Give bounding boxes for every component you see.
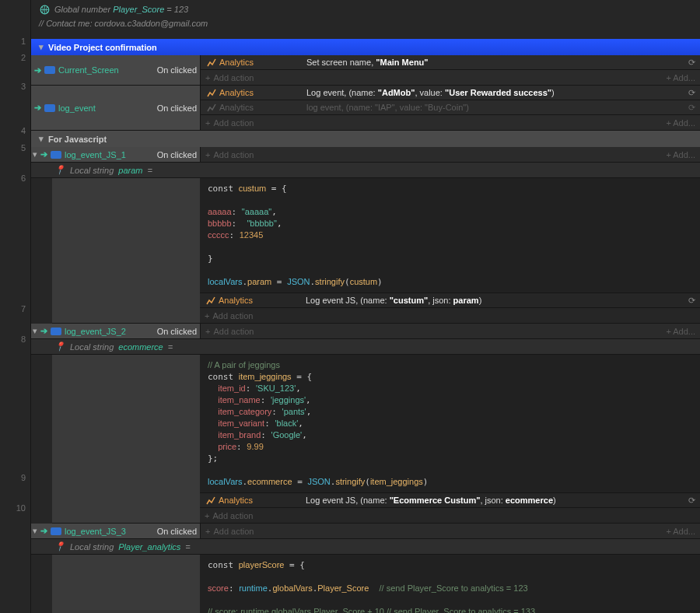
disabled-action-row[interactable]: Analytics log event, (name: "IAP", value… — [201, 100, 700, 115]
event-row[interactable]: ▾ ➔ log_event_JS_2 On clicked + Add acti… — [31, 324, 700, 339]
lvar-name: param — [118, 166, 142, 175]
line-num: 4 — [0, 124, 30, 142]
add-condition[interactable]: + Add... — [666, 73, 695, 82]
button-icon — [51, 149, 61, 160]
script-block[interactable]: const custum = { aaaaa: "aaaaa", bbbbb: … — [200, 178, 700, 293]
line-num: 2 — [0, 51, 30, 66]
group-header[interactable]: ▾ For Javascript — [31, 131, 700, 147]
sub-condition[interactable] — [52, 178, 200, 323]
analytics-icon — [205, 57, 216, 68]
refresh-icon[interactable]: ⟳ — [688, 296, 695, 306]
plus-icon: + — [205, 118, 210, 128]
script-block[interactable]: const playerScore = { score: runtime.glo… — [200, 555, 700, 613]
condition-cell[interactable]: ▾ ➔ log_event_JS_2 On clicked — [31, 324, 201, 338]
object-name: log_event_JS_1 — [65, 150, 126, 159]
add-condition[interactable]: + Add... — [666, 527, 695, 536]
script-block[interactable]: // A pair of jeggings const item_jegging… — [200, 355, 700, 493]
add-action-row[interactable]: + Add action — [200, 308, 700, 323]
sub-event[interactable]: // A pair of jeggings const item_jegging… — [52, 355, 700, 524]
gvar-value: 123 — [174, 5, 188, 14]
condition-text: On clicked — [157, 150, 197, 159]
action-row[interactable]: Analytics Log event JS, (name: "Ecommerc… — [200, 493, 700, 508]
add-action-text: Add action — [213, 118, 254, 128]
object-name: Current_Screen — [58, 65, 119, 75]
action-text: Log event JS, (name: "Ecommerce Custum",… — [306, 496, 688, 505]
add-condition[interactable]: + Add... — [666, 327, 695, 336]
line-num: 10 — [0, 502, 30, 517]
add-action-row[interactable]: + Add action — [200, 508, 700, 523]
local-variable[interactable]: 📍 Local string ecommerce = — [31, 339, 700, 355]
add-condition[interactable]: + Add... — [666, 118, 695, 128]
action-text: Log event JS, (name: "custum", json: par… — [306, 296, 688, 305]
group-title: For Javascript — [48, 135, 107, 144]
plugin-name: Analytics — [219, 103, 254, 112]
event-sheet-editor: 1 2 3 4 5 6 7 8 9 10 Global number Playe… — [0, 0, 700, 613]
sub-event[interactable]: const playerScore = { score: runtime.glo… — [52, 555, 700, 613]
sub-condition[interactable] — [52, 355, 200, 523]
group-header[interactable]: ▾ Video Project confirmation — [31, 39, 700, 55]
trigger-arrow-icon: ➔ — [34, 103, 41, 113]
add-action-row[interactable]: + Add action + Add... — [201, 115, 700, 130]
line-num: 9 — [0, 471, 30, 486]
action-text: Log event, (name: "AdMob", value: "User … — [306, 88, 688, 97]
button-icon — [51, 326, 61, 337]
action-row[interactable]: Analytics Log event, (name: "AdMob", val… — [201, 86, 700, 100]
event-sheet[interactable]: Global number Player_Score = 123 // Cont… — [31, 0, 700, 613]
refresh-icon[interactable]: ⟳ — [688, 58, 695, 68]
plus-icon: + — [205, 150, 210, 159]
button-icon — [51, 526, 61, 537]
condition-cell[interactable]: ▾ ➔ log_event_JS_1 On clicked — [31, 147, 201, 162]
line-num: 8 — [0, 333, 30, 349]
lvar-prefix: Local string — [70, 542, 114, 552]
globe-icon — [39, 4, 50, 15]
button-icon — [44, 103, 55, 114]
local-variable[interactable]: 📍 Local string param = — [31, 163, 700, 178]
lvar-name: ecommerce — [118, 342, 163, 352]
condition-cell[interactable]: ➔ Current_Screen On clicked — [31, 55, 201, 85]
pin-icon: 📍 — [54, 165, 65, 175]
svg-rect-4 — [51, 328, 61, 335]
plugin-name: Analytics — [219, 58, 254, 67]
condition-text: On clicked — [157, 527, 197, 536]
action-row[interactable]: Analytics Set screen name, "Main Menu" ⟳ — [201, 55, 700, 70]
condition-cell[interactable]: ➔ log_event On clicked — [31, 86, 201, 130]
refresh-icon[interactable]: ⟳ — [688, 88, 695, 98]
lvar-eq: = — [168, 342, 173, 352]
action-row[interactable]: Analytics Log event JS, (name: "custum",… — [200, 293, 700, 308]
add-action-text: Add action — [213, 327, 254, 336]
chevron-down-icon: ▾ — [39, 134, 44, 144]
comment-line[interactable]: // Contact me: cordova.c3addon@gmail.com — [39, 15, 692, 28]
line-gutter: 1 2 3 4 5 6 7 8 9 10 — [0, 0, 31, 613]
add-action-row[interactable]: + Add action + Add... — [201, 524, 700, 538]
chevron-down-icon: ▾ — [33, 326, 37, 336]
plus-icon: + — [205, 511, 209, 520]
refresh-icon[interactable]: ⟳ — [688, 496, 695, 506]
refresh-icon[interactable]: ⟳ — [688, 103, 695, 113]
global-variable[interactable]: Global number Player_Score = 123 — [39, 4, 692, 15]
condition-cell[interactable]: ▾ ➔ log_event_JS_3 On clicked — [31, 524, 201, 538]
plugin-name: Analytics — [219, 296, 253, 305]
line-num: 3 — [0, 80, 30, 96]
sub-event[interactable]: const custum = { aaaaa: "aaaaa", bbbbb: … — [52, 178, 700, 324]
svg-rect-5 — [51, 527, 61, 535]
add-action-row[interactable]: + Add action + Add... — [201, 147, 700, 162]
event-row[interactable]: ▾ ➔ log_event_JS_1 On clicked + Add acti… — [31, 147, 700, 163]
analytics-icon — [205, 495, 215, 506]
event-row[interactable]: ➔ Current_Screen On clicked Analytics Se… — [31, 55, 700, 86]
chevron-down-icon: ▾ — [39, 42, 44, 52]
plus-icon: + — [205, 311, 209, 321]
local-variable[interactable]: 📍 Local string Player_analytics = — [31, 539, 700, 555]
condition-text: On clicked — [157, 327, 197, 336]
add-action-row[interactable]: + Add action + Add... — [201, 70, 700, 85]
add-condition[interactable]: + Add... — [666, 150, 695, 159]
event-row[interactable]: ➔ log_event On clicked Analytics Log eve… — [31, 86, 700, 131]
line-num: 5 — [0, 142, 30, 156]
add-action-row[interactable]: + Add action + Add... — [201, 324, 700, 338]
plugin-name: Analytics — [219, 88, 254, 97]
sub-condition[interactable] — [52, 555, 200, 613]
plus-icon: + — [205, 327, 210, 336]
action-text: log event, (name: "IAP", value: "Buy-Coi… — [306, 103, 688, 112]
analytics-icon — [205, 102, 216, 113]
add-action-text: Add action — [213, 73, 254, 82]
event-row[interactable]: ▾ ➔ log_event_JS_3 On clicked + Add acti… — [31, 524, 700, 539]
